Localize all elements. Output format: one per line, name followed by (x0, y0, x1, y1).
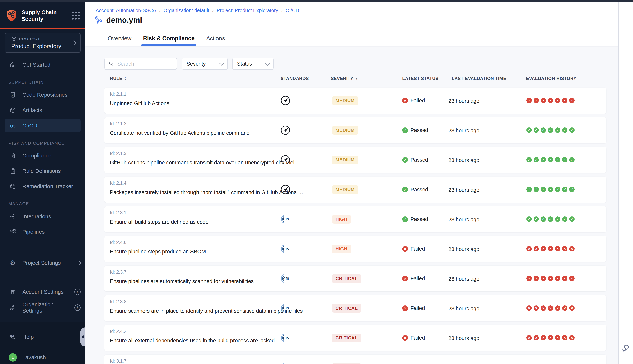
sidebar-item-cicd[interactable]: ∞ CI/CD (5, 119, 80, 132)
sidebar-divider (4, 246, 81, 246)
latest-status: ×Failed (402, 335, 425, 341)
main-content: Severity Status RULE ▲▼ STANDARDS SEVERI… (85, 46, 619, 364)
app-grid-icon[interactable] (72, 12, 80, 20)
column-last-evaluation-time: LAST EVALUATION TIME (452, 76, 506, 81)
severity-badge: MEDIUM (332, 156, 358, 164)
sidebar-collapse-handle[interactable] (80, 328, 85, 346)
latest-status: ×Failed (402, 276, 425, 282)
breadcrumb-account[interactable]: Account: Automation-SSCA (96, 8, 156, 13)
user-menu[interactable]: L Lavakush (5, 351, 80, 364)
sidebar-footer: ? Help L Lavakush (0, 322, 85, 364)
history-failed-icon: × (534, 335, 539, 340)
sidebar-item-help[interactable]: ? Help (5, 330, 80, 344)
sidebar-item-pipelines[interactable]: Pipelines (5, 225, 80, 238)
evaluation-history: ××××××× (526, 335, 574, 340)
column-evaluation-history: EVALUATION HISTORY (526, 76, 576, 81)
history-failed-icon: × (548, 276, 553, 281)
search-input[interactable] (117, 60, 169, 67)
rule-row[interactable]: Id: 2.3.1Ensure all build steps are defi… (104, 206, 606, 232)
sidebar-item-organization-settings[interactable]: Organization Settings i (5, 301, 80, 314)
evaluation-history: ××××××× (526, 306, 574, 311)
rule-id: Id: 2.1.3 (110, 151, 294, 156)
svg-text:CIS: CIS (283, 276, 289, 280)
sidebar-item-artifacts[interactable]: Artifacts (5, 104, 80, 117)
history-failed-icon: × (526, 276, 532, 281)
tab-actions[interactable]: Actions (204, 35, 227, 46)
severity-badge: MEDIUM (332, 96, 358, 105)
sidebar-item-account-settings[interactable]: Account Settings i (5, 285, 80, 298)
status-passed-icon: ✓ (402, 216, 408, 222)
severity-badge: CRITICAL (332, 334, 361, 342)
standard-drone-icon (280, 125, 291, 136)
project-label: PROJECT (19, 36, 40, 41)
latest-status: ×Failed (402, 98, 425, 104)
org-gear-icon (8, 304, 17, 311)
column-rule[interactable]: RULE ▲▼ (110, 76, 126, 81)
rule-row[interactable]: Id: 2.4.2Ensure all external dependencie… (104, 325, 606, 351)
rule-row[interactable]: Id: 2.1.4Packages insecurely installed t… (104, 177, 606, 202)
rule-cell: Id: 2.3.8Ensure scanners are in place to… (110, 299, 303, 314)
standard-cis-icon: CIS (280, 273, 291, 284)
rule-id: Id: 2.1.2 (110, 121, 250, 126)
history-passed-icon: ✓ (562, 128, 568, 133)
status-label: Failed (410, 246, 425, 252)
history-passed-icon: ✓ (534, 216, 539, 222)
rule-row[interactable]: Id: 2.4.6Ensure pipeline steps produce a… (104, 236, 606, 262)
tab-risk-compliance[interactable]: Risk & Compliance (141, 35, 196, 46)
rule-id: Id: 2.4.2 (110, 329, 275, 334)
column-severity[interactable]: SEVERITY ▼ (331, 76, 358, 81)
rule-cell: Id: 2.4.2Ensure all external dependencie… (110, 329, 275, 344)
severity-filter[interactable]: Severity (182, 58, 228, 70)
history-failed-icon: × (555, 246, 560, 252)
svg-text:?: ? (12, 335, 13, 337)
sidebar-item-integrations[interactable]: Integrations (5, 210, 80, 223)
svg-text:CIS: CIS (283, 306, 289, 310)
section-label-risk-compliance: RISK AND COMPLIANCE (8, 141, 65, 146)
evaluation-history: ✓✓✓✓✓✓✓ (526, 157, 574, 162)
evaluation-history: ××××××× (526, 246, 574, 252)
breadcrumb-cicd[interactable]: CI/CD (286, 8, 299, 13)
breadcrumb-project[interactable]: Project: Product Exploratory (217, 8, 278, 13)
status-failed-icon: × (402, 246, 408, 252)
avatar: L (8, 353, 17, 362)
page-header: Account: Automation-SSCA › Organization:… (85, 2, 633, 46)
breadcrumb-organization[interactable]: Organization: default (164, 8, 209, 13)
history-passed-icon: ✓ (569, 128, 574, 133)
sidebar-item-get-started[interactable]: Get Started (5, 58, 80, 72)
rule-row[interactable]: Id: 2.1.3GitHub Actions pipeline command… (104, 147, 606, 173)
history-failed-icon: × (541, 246, 546, 252)
history-failed-icon: × (526, 246, 532, 252)
sidebar-item-project-settings[interactable]: ⚙ Project Settings (5, 256, 80, 270)
history-passed-icon: ✓ (526, 187, 532, 192)
standard-cis-icon: CIS (280, 332, 291, 343)
integrations-icon (8, 213, 17, 220)
history-failed-icon: × (526, 98, 532, 103)
standard-cis-icon: CIS (280, 243, 291, 254)
status-filter[interactable]: Status (232, 58, 274, 70)
sidebar-item-code-repositories[interactable]: </> Code Repositories (5, 88, 80, 102)
status-passed-icon: ✓ (402, 187, 408, 192)
sidebar-item-remediation-tracker[interactable]: Remediation Tracker (5, 180, 80, 193)
history-passed-icon: ✓ (526, 157, 532, 162)
info-icon[interactable]: i (74, 304, 80, 311)
status-label: Passed (410, 216, 428, 222)
rule-row[interactable]: Id: 3.1.7 CIS CRITICAL×Failed23 hours ag… (104, 355, 606, 364)
tab-overview[interactable]: Overview (106, 35, 133, 46)
standard-cis-icon: CIS (280, 362, 291, 364)
rule-row[interactable]: Id: 2.1.2Certificate not verified by Git… (104, 117, 606, 143)
sidebar-item-rule-definitions[interactable]: Rule Definitions (5, 164, 80, 178)
history-passed-icon: ✓ (541, 128, 546, 133)
sidebar-item-compliance[interactable]: Compliance (5, 149, 80, 162)
rule-row[interactable]: Id: 2.1.1Unpinned GitHub Actions MEDIUM×… (104, 88, 606, 114)
chat-bubbles-icon[interactable] (621, 343, 631, 353)
rule-row[interactable]: Id: 2.3.7Ensure pipelines are automatica… (104, 266, 606, 292)
history-passed-icon: ✓ (526, 216, 532, 222)
rule-name: Certificate not verified by GitHub Actio… (110, 130, 250, 136)
info-icon[interactable]: i (74, 289, 80, 295)
help-chat-icon: ? (8, 334, 17, 340)
rule-row[interactable]: Id: 2.3.8Ensure scanners are in place to… (104, 295, 606, 321)
rule-cell: Id: 2.3.1Ensure all build steps are defi… (110, 210, 208, 225)
project-selector[interactable]: PROJECT Product Exploratory (5, 33, 80, 53)
history-failed-icon: × (569, 335, 574, 340)
history-failed-icon: × (526, 306, 532, 311)
